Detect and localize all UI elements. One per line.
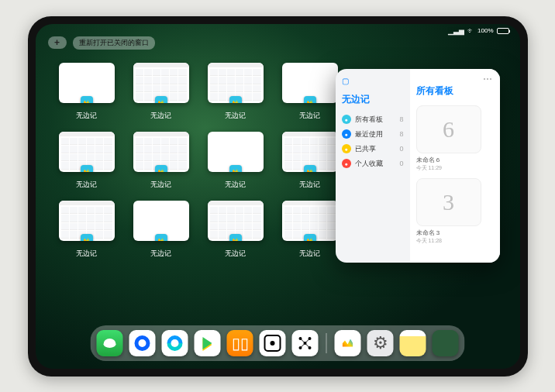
freeform-icon	[304, 165, 316, 172]
battery-percent: 100%	[477, 27, 493, 34]
dock-icon-q1[interactable]	[129, 330, 156, 356]
category-icon: ●	[342, 115, 351, 124]
freeform-icon	[229, 165, 242, 172]
board-preview: 6	[416, 105, 481, 153]
popover-sidebar: ▢ 无边记 ●所有看板8●最近使用8●已共享0●个人收藏0	[336, 69, 410, 263]
popover-more-icon[interactable]: ⋯	[483, 74, 492, 84]
dock-icon-freeform[interactable]	[335, 330, 361, 356]
sidebar-item[interactable]: ●所有看板8	[342, 112, 404, 127]
category-label: 所有看板	[355, 115, 383, 125]
top-controls: + 重新打开已关闭的窗口	[48, 36, 155, 50]
category-count: 8	[399, 130, 403, 138]
sidebar-item[interactable]: ●已共享0	[342, 142, 404, 156]
window-thumb[interactable]: 无边记	[133, 63, 189, 121]
cellular-icon: ▁▃▅	[448, 27, 464, 35]
freeform-icon	[304, 234, 316, 241]
window-label: 无边记	[76, 111, 97, 121]
sidebar-title: 无边记	[342, 93, 404, 106]
freeform-popover: ⋯ ▢ 无边记 ●所有看板8●最近使用8●已共享0●个人收藏0 所有看板 6未命…	[336, 69, 500, 263]
window-thumb[interactable]: 无边记	[133, 201, 189, 259]
battery-icon	[497, 28, 509, 34]
dock-icon-notes[interactable]	[400, 330, 426, 356]
new-window-button[interactable]: +	[48, 36, 67, 49]
window-label: 无边记	[225, 111, 246, 121]
category-icon: ●	[342, 144, 351, 153]
window-thumb[interactable]: 无边记	[208, 201, 264, 259]
svg-line-8	[305, 343, 310, 348]
board-card[interactable]: 3未命名 3今天 11:28	[416, 178, 481, 245]
window-thumb[interactable]: 无边记	[208, 132, 264, 190]
freeform-icon	[155, 234, 167, 241]
dock-icon-wechat[interactable]	[97, 330, 123, 356]
reopen-closed-window-pill[interactable]: 重新打开已关闭的窗口	[73, 36, 155, 50]
window-label: 无边记	[76, 249, 97, 259]
window-thumb[interactable]: 无边记	[282, 63, 338, 121]
window-label: 无边记	[150, 249, 171, 259]
popover-boards-pane: 所有看板 6未命名 6今天 11:293未命名 3今天 11:28	[410, 69, 500, 263]
category-label: 已共享	[355, 144, 376, 154]
category-count: 0	[399, 160, 403, 167]
dock-icon-nodes[interactable]	[292, 330, 319, 356]
freeform-icon	[155, 165, 167, 172]
board-preview: 3	[416, 178, 481, 226]
window-thumb[interactable]: 无边记	[133, 132, 189, 190]
dock-separator	[326, 333, 327, 353]
window-thumb[interactable]: 无边记	[282, 132, 338, 190]
category-label: 最近使用	[355, 129, 383, 139]
dock-icon-books[interactable]: ▯▯	[227, 330, 253, 356]
ipad-frame: ▁▃▅ ᯤ 100% + 重新打开已关闭的窗口 无边记无边记无边记无边记无边记无…	[28, 16, 528, 377]
dock-icon-play[interactable]	[195, 330, 221, 356]
window-thumb[interactable]: 无边记	[59, 63, 115, 121]
freeform-icon	[81, 234, 93, 241]
freeform-icon	[81, 165, 93, 172]
window-label: 无边记	[76, 180, 97, 190]
window-label: 无边记	[299, 249, 320, 259]
svg-line-6	[305, 339, 310, 343]
category-label: 个人收藏	[355, 159, 383, 169]
dock: ▯▯⚙	[91, 325, 465, 361]
window-label: 无边记	[299, 111, 320, 121]
board-date: 今天 11:28	[416, 237, 481, 245]
status-bar: ▁▃▅ ᯤ 100%	[448, 27, 508, 35]
category-icon: ●	[342, 159, 351, 168]
board-name: 未命名 3	[416, 229, 481, 237]
window-thumb[interactable]: 无边记	[282, 201, 338, 259]
window-label: 无边记	[150, 111, 171, 121]
board-date: 今天 11:29	[416, 164, 481, 172]
category-count: 0	[399, 145, 403, 153]
window-thumb[interactable]: 无边记	[59, 132, 115, 190]
boards-title: 所有看板	[416, 84, 494, 98]
board-name: 未命名 6	[416, 156, 481, 164]
freeform-icon	[229, 234, 242, 241]
dock-icon-q2[interactable]	[162, 330, 188, 356]
app-switcher-grid: 无边记无边记无边记无边记无边记无边记无边记无边记无边记无边记无边记无边记	[59, 63, 353, 259]
window-thumb[interactable]: 无边记	[59, 201, 115, 259]
window-label: 无边记	[299, 180, 320, 190]
dock-icon-settings[interactable]: ⚙	[367, 330, 394, 356]
category-count: 8	[399, 115, 403, 123]
freeform-icon	[304, 96, 316, 103]
dock-icon-applib[interactable]	[433, 330, 459, 356]
screen: ▁▃▅ ᯤ 100% + 重新打开已关闭的窗口 无边记无边记无边记无边记无边记无…	[36, 24, 520, 369]
freeform-icon	[155, 96, 167, 103]
sidebar-toggle-icon[interactable]: ▢	[342, 77, 404, 85]
window-label: 无边记	[225, 180, 246, 190]
svg-line-7	[301, 343, 305, 348]
freeform-icon	[81, 96, 93, 103]
sidebar-item[interactable]: ●个人收藏0	[342, 156, 404, 171]
sidebar-item[interactable]: ●最近使用8	[342, 127, 404, 142]
freeform-icon	[229, 96, 242, 103]
dock-icon-dot[interactable]	[260, 330, 286, 356]
wifi-icon: ᯤ	[467, 27, 474, 35]
svg-line-5	[301, 339, 305, 343]
window-thumb[interactable]: 无边记	[208, 63, 264, 121]
category-icon: ●	[342, 129, 351, 139]
window-label: 无边记	[150, 180, 171, 190]
window-label: 无边记	[225, 249, 246, 259]
board-card[interactable]: 6未命名 6今天 11:29	[416, 105, 481, 172]
